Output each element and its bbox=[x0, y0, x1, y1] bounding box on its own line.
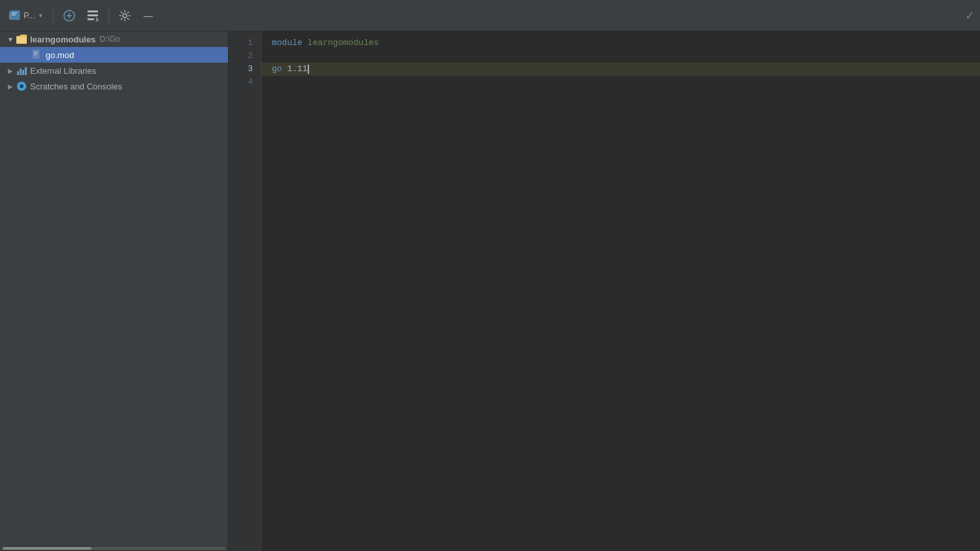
scrollbar-track bbox=[3, 547, 225, 550]
project-btn-label: P... bbox=[24, 10, 35, 20]
expand-arrow-project: ▼ bbox=[5, 34, 16, 44]
layout-button[interactable] bbox=[82, 5, 103, 26]
svg-rect-7 bbox=[88, 10, 98, 12]
sidebar-spacer bbox=[0, 94, 228, 546]
toolbar-right-area: ✓ bbox=[965, 8, 975, 23]
sidebar-item-project-root[interactable]: ▼ learngomodules D:\Go bbox=[0, 31, 228, 47]
project-name-label: learngomodules bbox=[30, 35, 95, 44]
sidebar: ▼ learngomodules D:\Go go.mod bbox=[0, 31, 229, 551]
toolbar-separator-1 bbox=[53, 8, 54, 24]
project-path-label: D:\Go bbox=[99, 35, 120, 44]
code-line-1: module learngomodules bbox=[272, 37, 980, 50]
toolbar-separator-2 bbox=[108, 8, 109, 24]
editor-content[interactable]: module learngomodules go 1.11 bbox=[261, 31, 980, 551]
scratches-inner-circle bbox=[20, 84, 24, 88]
line-number-3: 3 bbox=[248, 63, 253, 76]
expand-arrow-external: ▶ bbox=[5, 65, 16, 76]
code-token-module-kw: module bbox=[272, 37, 308, 50]
code-token-go-version: 1.11 bbox=[287, 63, 307, 76]
add-icon bbox=[63, 9, 76, 22]
sidebar-scrollbar[interactable] bbox=[0, 546, 228, 551]
line-numbers: 1 2 3 4 bbox=[229, 31, 261, 551]
toolbar: P... ▼ — ✓ bbox=[0, 0, 980, 31]
checkmark-icon: ✓ bbox=[965, 9, 975, 22]
main-layout: ▼ learngomodules D:\Go go.mod bbox=[0, 31, 980, 551]
line-number-1: 1 bbox=[248, 37, 253, 50]
scratches-icon bbox=[16, 80, 27, 92]
expand-arrow-scratches: ▶ bbox=[5, 81, 16, 91]
go-mod-label: go.mod bbox=[46, 50, 74, 60]
project-icon bbox=[9, 10, 21, 21]
code-token-go-kw: go bbox=[272, 63, 287, 76]
settings-icon bbox=[119, 10, 131, 22]
folder-icon bbox=[16, 33, 27, 45]
file-icon bbox=[31, 49, 43, 61]
sidebar-item-scratches-consoles[interactable]: ▶ Scratches and Consoles bbox=[0, 78, 228, 94]
sidebar-item-external-libraries[interactable]: ▶ External Libraries bbox=[0, 63, 228, 78]
svg-rect-8 bbox=[88, 14, 98, 16]
add-button[interactable] bbox=[59, 5, 80, 26]
svg-rect-11 bbox=[33, 50, 39, 59]
svg-point-10 bbox=[123, 14, 127, 18]
settings-button[interactable] bbox=[114, 5, 135, 26]
minimize-icon: — bbox=[144, 10, 153, 21]
svg-rect-2 bbox=[12, 12, 17, 14]
svg-rect-9 bbox=[88, 18, 94, 20]
code-line-3: go 1.11 bbox=[261, 63, 980, 76]
minimize-button[interactable]: — bbox=[138, 5, 159, 26]
code-line-4 bbox=[272, 76, 980, 89]
layout-icon bbox=[87, 10, 99, 22]
code-token-module-name: learngomodules bbox=[308, 37, 379, 50]
line-number-4: 4 bbox=[248, 76, 253, 89]
scrollbar-thumb bbox=[3, 547, 91, 550]
editor-area: 1 2 3 4 module learngomodules go 1.11 bbox=[229, 31, 980, 551]
code-line-2 bbox=[272, 50, 980, 63]
spacer-arrow bbox=[21, 50, 31, 60]
svg-rect-3 bbox=[12, 14, 16, 16]
scratches-consoles-label: Scratches and Consoles bbox=[30, 82, 122, 91]
line-number-2: 2 bbox=[248, 50, 253, 63]
project-button[interactable]: P... ▼ bbox=[5, 5, 48, 26]
chevron-down-icon: ▼ bbox=[38, 12, 44, 19]
external-libraries-label: External Libraries bbox=[30, 66, 96, 76]
text-cursor bbox=[308, 65, 309, 74]
external-libraries-icon bbox=[16, 65, 27, 76]
sidebar-item-go-mod[interactable]: go.mod bbox=[0, 47, 228, 63]
